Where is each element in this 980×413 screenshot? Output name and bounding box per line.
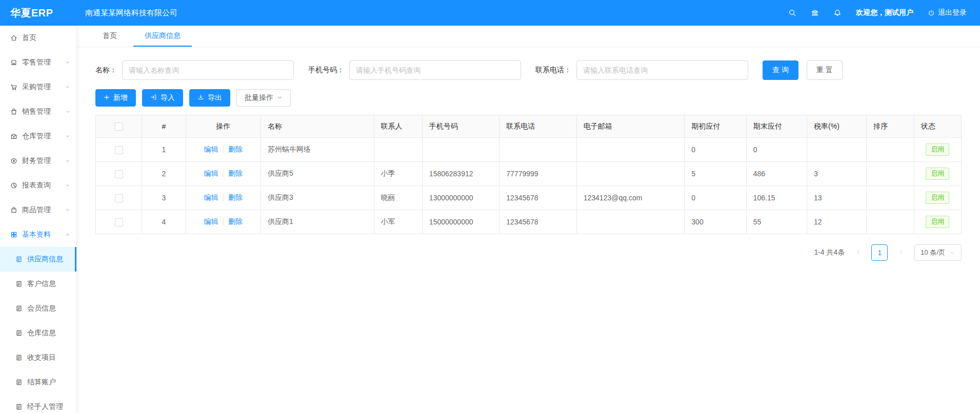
goods-icon	[10, 206, 17, 214]
sidebar-item[interactable]: 销售管理	[0, 99, 76, 124]
edit-link[interactable]: 编辑	[204, 169, 218, 177]
sidebar-item[interactable]: 仓库管理	[0, 124, 76, 149]
sidebar-item[interactable]: 供应商信息	[0, 247, 76, 272]
row-index: 3	[142, 186, 186, 210]
delete-link[interactable]: 删除	[228, 193, 243, 201]
reset-button[interactable]: 重 置	[807, 60, 843, 80]
table-row: 4编辑|删除供应商1小军15000000000123456783005512启用	[96, 210, 962, 234]
next-page-button[interactable]	[893, 244, 909, 261]
select-all-checkbox[interactable]	[115, 122, 123, 131]
sidebar-item-label: 首页	[22, 33, 36, 43]
status-badge: 启用	[926, 143, 949, 156]
doc-icon	[15, 403, 23, 410]
add-button[interactable]: 新增	[95, 89, 136, 107]
sidebar-item-label: 基本资料	[22, 230, 51, 239]
sales-icon	[10, 108, 17, 115]
sidebar-item[interactable]: 零售管理	[0, 50, 76, 75]
chevron-down-icon	[65, 134, 70, 139]
row-actions: 编辑|删除	[186, 186, 261, 210]
mobile-filter-input[interactable]	[349, 60, 521, 80]
edit-link[interactable]: 编辑	[204, 145, 218, 153]
batch-button-label: 批量操作	[245, 93, 273, 102]
sidebar-item-label: 采购管理	[22, 82, 51, 92]
delete-link[interactable]: 删除	[228, 169, 243, 177]
edit-link[interactable]: 编辑	[204, 193, 218, 201]
row-checkbox[interactable]	[115, 194, 123, 202]
row-checkbox[interactable]	[115, 146, 123, 154]
cell-mobile: 15806283912	[422, 162, 499, 186]
export-button[interactable]: 导出	[189, 89, 230, 107]
supplier-table: #操作名称联系人手机号码联系电话电子邮箱期初应付期末应付税率(%)排序状态 1编…	[95, 115, 962, 234]
platform-icon[interactable]	[811, 9, 819, 17]
header-actions: 欢迎您，测试用户 退出登录	[788, 8, 980, 17]
row-index: 4	[142, 210, 186, 234]
app-root: 华夏ERP 南通某某网络科技有限公司 欢迎您，测试用户 退出登录 首页零售管理采…	[0, 0, 980, 413]
sidebar-item[interactable]: 经手人管理	[0, 395, 76, 413]
row-checkbox[interactable]	[115, 218, 123, 226]
telephone-filter-input[interactable]	[576, 60, 748, 80]
column-header: 排序	[867, 115, 914, 138]
search-button[interactable]: 查 询	[763, 60, 798, 80]
cell-email	[576, 162, 685, 186]
page-size-select[interactable]: 10 条/页	[914, 244, 962, 261]
prev-page-button[interactable]	[850, 244, 866, 261]
cell-email: 1234123@qq.com	[576, 186, 685, 210]
import-button-label: 导入	[161, 93, 175, 102]
row-actions: 编辑|删除	[186, 138, 261, 162]
row-checkbox[interactable]	[115, 170, 123, 178]
sidebar-item[interactable]: 客户信息	[0, 272, 76, 296]
doc-icon	[15, 354, 23, 361]
sidebar-item[interactable]: 商品管理	[0, 198, 76, 222]
chevron-up-icon	[65, 232, 70, 237]
bell-icon[interactable]	[833, 9, 842, 17]
status-badge: 启用	[926, 216, 949, 228]
delete-link[interactable]: 删除	[228, 217, 243, 225]
sidebar-item[interactable]: 仓库信息	[0, 321, 76, 345]
basic-icon	[10, 231, 17, 238]
search-icon[interactable]	[788, 9, 796, 17]
cell-begin: 0	[685, 186, 746, 210]
action-divider: |	[222, 169, 224, 177]
welcome-text: 欢迎您，测试用户	[856, 8, 913, 17]
doc-icon	[15, 280, 23, 287]
sidebar-item[interactable]: 会员信息	[0, 296, 76, 321]
cell-contact: 小季	[374, 162, 422, 186]
cell-sort	[867, 210, 914, 234]
cell-mobile	[422, 138, 499, 162]
sidebar-item[interactable]: 收支项目	[0, 345, 76, 370]
batch-operations-button[interactable]: 批量操作	[236, 89, 291, 107]
sidebar-item-label: 客户信息	[27, 279, 56, 288]
table-row: 3编辑|删除供应商3晓丽13000000000123456781234123@q…	[96, 186, 962, 210]
app-logo[interactable]: 华夏ERP	[0, 6, 77, 20]
import-button[interactable]: 导入	[142, 89, 183, 107]
chevron-down-icon	[65, 183, 70, 188]
cell-tel: 77779999	[499, 162, 576, 186]
delete-link[interactable]: 删除	[228, 145, 243, 153]
tab-1[interactable]: 供应商信息	[133, 26, 192, 47]
sidebar-item[interactable]: 结算账户	[0, 370, 76, 395]
chevron-down-icon	[950, 250, 955, 256]
cell-tel	[499, 138, 576, 162]
sidebar-item-label: 仓库管理	[22, 132, 51, 141]
column-header: 名称	[261, 115, 374, 138]
page-number-button[interactable]: 1	[871, 244, 888, 261]
name-filter-input[interactable]	[122, 60, 294, 80]
logout-button[interactable]: 退出登录	[928, 8, 967, 17]
cell-name: 供应商1	[261, 210, 374, 234]
sidebar-item[interactable]: 报表查询	[0, 173, 76, 198]
sidebar-item[interactable]: 首页	[0, 26, 76, 50]
cell-mobile: 13000000000	[422, 186, 499, 210]
tab-0[interactable]: 首页	[91, 26, 128, 47]
sidebar-item-label: 经手人管理	[27, 402, 63, 411]
top-header: 华夏ERP 南通某某网络科技有限公司 欢迎您，测试用户 退出登录	[0, 0, 980, 26]
sidebar-item-label: 结算账户	[27, 378, 56, 387]
sidebar-item[interactable]: 财务管理	[0, 149, 76, 173]
sidebar-item[interactable]: 采购管理	[0, 75, 76, 99]
sidebar-item[interactable]: 基本资料	[0, 222, 76, 247]
name-filter-label: 名称：	[95, 66, 117, 75]
edit-link[interactable]: 编辑	[204, 217, 218, 225]
sidebar-item-label: 销售管理	[22, 107, 51, 116]
doc-icon	[15, 329, 23, 337]
table-row: 1编辑|删除苏州蜗牛网络00启用	[96, 138, 962, 162]
row-actions: 编辑|删除	[186, 162, 261, 186]
